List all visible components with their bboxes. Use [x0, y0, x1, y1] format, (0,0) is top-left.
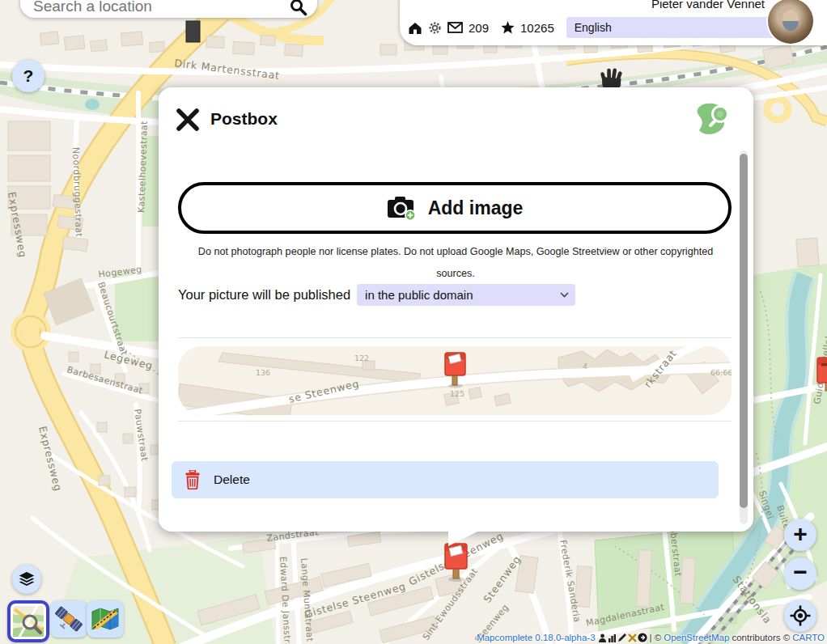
layers-button[interactable]: [12, 565, 41, 594]
search-input[interactable]: [20, 0, 290, 18]
zoom-out-button[interactable]: −: [784, 557, 816, 590]
user-name[interactable]: Pieter vander Vennet: [651, 0, 765, 11]
community-icon: [638, 633, 647, 642]
delete-label: Delete: [214, 472, 250, 487]
attribution-bar: Mapcomplete 0.18.0-alpha-3 | © OpenStree…: [477, 631, 825, 644]
mapcomplete-logo-icon: [695, 102, 732, 136]
layers-icon: [17, 570, 36, 589]
star-icon: [501, 21, 515, 34]
stats-icon: [608, 633, 617, 642]
theme-button-osm[interactable]: [7, 600, 49, 642]
add-image-button[interactable]: Add image: [178, 182, 732, 234]
geolocate-button[interactable]: [784, 600, 816, 632]
attribution-divider: | ©: [650, 633, 662, 642]
osm-contributors: contributors ©: [732, 633, 790, 642]
zoom-in-label: +: [793, 522, 808, 546]
home-icon[interactable]: [408, 21, 422, 35]
divider: [178, 337, 732, 338]
satellite-icon: [53, 604, 84, 634]
mapcomplete-app: Dirk Martensstraat Jan Br Benoitlaan Noo…: [0, 0, 827, 644]
license-row: Your picture will be published in the pu…: [178, 284, 575, 306]
attribution-icons: [598, 633, 647, 642]
license-value: in the public domain: [365, 288, 473, 302]
x-icon: [628, 633, 637, 642]
minimap[interactable]: 122 136 se Steenweg 125 4 rkstraat 66;66: [178, 346, 732, 415]
house-number: 66;66: [710, 368, 732, 377]
house-number: 4: [583, 362, 587, 371]
crosshair-icon: [790, 605, 811, 626]
dialog-scrollbar[interactable]: [740, 150, 748, 524]
search-icon[interactable]: [290, 0, 307, 16]
mapcomplete-version-link[interactable]: Mapcomplete 0.18.0-alpha-3: [477, 633, 595, 642]
contributor-icon: [598, 633, 607, 642]
minimap-canvas: 122 136 se Steenweg 125 4 rkstraat 66;66: [178, 346, 732, 415]
license-select[interactable]: in the public domain: [357, 284, 575, 306]
trash-icon: [184, 470, 201, 489]
dialog-title: Postbox: [210, 109, 278, 129]
edit-pencil-icon: [617, 633, 627, 642]
user-toolbar: 209 10265 English: [408, 16, 808, 39]
license-prefix: Your picture will be published: [178, 287, 350, 303]
delete-button[interactable]: Delete: [172, 461, 719, 498]
folded-map-icon: [90, 604, 121, 634]
image-disclaimer: Do not photograph people nor license pla…: [188, 241, 723, 285]
postbox-dialog: Postbox Add image Do not photograph peop…: [159, 87, 753, 532]
theme-button-satellite[interactable]: [50, 600, 87, 638]
house-number: 125: [450, 389, 464, 398]
language-select[interactable]: English: [566, 17, 783, 38]
stars-count[interactable]: 10265: [520, 21, 554, 35]
theme-button-map[interactable]: [87, 600, 124, 638]
osm-link[interactable]: OpenStreetMap: [664, 633, 729, 642]
messages-count[interactable]: 209: [469, 21, 489, 35]
add-image-label: Add image: [428, 197, 524, 219]
gear-icon[interactable]: [428, 21, 442, 35]
zoom-in-button[interactable]: +: [784, 519, 816, 551]
osm-map-icon: [13, 606, 44, 637]
dialog-anchor: [448, 531, 479, 546]
user-panel: Pieter vander Vennet 209 10265 English: [400, 0, 827, 45]
avatar[interactable]: [768, 0, 813, 44]
help-button[interactable]: ?: [12, 60, 45, 92]
search-bar[interactable]: [20, 0, 317, 18]
camera-add-icon: [387, 195, 417, 221]
house-number: 136: [256, 368, 270, 377]
close-icon[interactable]: [176, 108, 199, 131]
mail-icon[interactable]: [447, 22, 463, 33]
divider: [178, 421, 732, 422]
carto-link[interactable]: CARTO: [792, 633, 825, 642]
dialog-scrollbar-thumb[interactable]: [740, 154, 748, 508]
house-number: 122: [354, 354, 369, 362]
chevron-down-icon: [560, 292, 569, 298]
language-value: English: [575, 21, 612, 34]
zoom-out-label: −: [793, 560, 808, 584]
help-label: ?: [23, 66, 34, 86]
